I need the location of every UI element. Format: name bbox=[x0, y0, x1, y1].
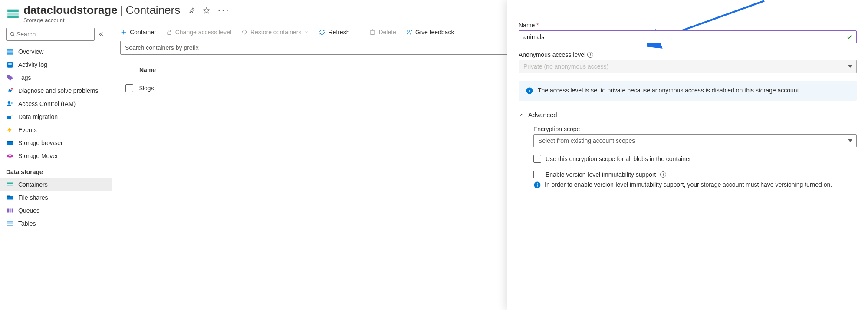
svg-rect-39 bbox=[529, 89, 530, 90]
sidebar-item-overview[interactable]: Overview bbox=[0, 45, 112, 58]
refresh-button[interactable]: Refresh bbox=[319, 29, 349, 36]
nav-label: Events bbox=[18, 126, 37, 133]
svg-rect-2 bbox=[7, 16, 19, 18]
info-icon bbox=[533, 181, 541, 189]
checkbox[interactable] bbox=[533, 171, 541, 178]
nav-label: Containers bbox=[18, 181, 48, 188]
toolbar-divider bbox=[359, 28, 359, 36]
migration-icon bbox=[6, 113, 14, 121]
sidebar-item-queues[interactable]: Queues bbox=[0, 204, 112, 217]
svg-rect-23 bbox=[7, 209, 9, 213]
containers-icon bbox=[6, 181, 14, 188]
nav-label: Tags bbox=[18, 74, 31, 81]
sidebar-item-file-shares[interactable]: File shares bbox=[0, 191, 112, 204]
row-checkbox[interactable] bbox=[125, 84, 133, 92]
access-info-text: The access level is set to private becau… bbox=[538, 87, 800, 95]
search-icon bbox=[10, 31, 16, 37]
nav-label: Access Control (IAM) bbox=[18, 100, 76, 107]
queues-icon bbox=[6, 207, 14, 214]
panel-divider bbox=[519, 198, 857, 198]
access-level-label: Anonymous access level i bbox=[519, 51, 857, 58]
sidebar-item-iam[interactable]: Access Control (IAM) bbox=[0, 97, 112, 110]
collapse-sidebar-icon[interactable] bbox=[99, 31, 106, 38]
chevron-up-icon bbox=[519, 112, 525, 118]
svg-line-4 bbox=[13, 35, 15, 36]
svg-point-13 bbox=[11, 102, 13, 104]
svg-rect-20 bbox=[7, 185, 13, 186]
more-icon[interactable]: ··· bbox=[217, 3, 230, 17]
storage-account-icon bbox=[7, 7, 19, 20]
pin-icon[interactable] bbox=[188, 7, 196, 14]
nav-label: Tables bbox=[18, 220, 36, 227]
encryption-scope-all-blobs-row[interactable]: Use this encryption scope for all blobs … bbox=[533, 155, 857, 163]
check-icon bbox=[846, 33, 853, 40]
sidebar-search-input[interactable] bbox=[16, 30, 91, 38]
immutability-row[interactable]: Enable version-level immutability suppor… bbox=[533, 171, 857, 178]
nav-label: Data migration bbox=[18, 113, 58, 120]
svg-rect-32 bbox=[371, 31, 374, 34]
svg-point-3 bbox=[11, 32, 14, 36]
svg-point-35 bbox=[408, 30, 410, 32]
svg-rect-5 bbox=[7, 49, 13, 51]
checkbox[interactable] bbox=[533, 155, 541, 163]
tables-icon bbox=[6, 220, 14, 228]
svg-point-11 bbox=[11, 88, 13, 90]
sidebar: Overview Activity log Tags Diagnose and … bbox=[0, 23, 112, 310]
svg-rect-19 bbox=[7, 183, 13, 184]
advanced-toggle[interactable]: Advanced bbox=[519, 111, 857, 119]
overview-icon bbox=[6, 48, 14, 56]
svg-rect-31 bbox=[168, 32, 171, 34]
access-level-select[interactable]: Private (no anonymous access) bbox=[519, 60, 857, 73]
svg-rect-22 bbox=[7, 196, 10, 197]
svg-rect-41 bbox=[537, 185, 538, 187]
sidebar-search[interactable] bbox=[6, 28, 95, 41]
checkbox-label: Use this encryption scope for all blobs … bbox=[546, 155, 691, 162]
sidebar-item-tags[interactable]: Tags bbox=[0, 71, 112, 84]
encryption-scope-label: Encryption scope bbox=[533, 125, 857, 132]
svg-rect-42 bbox=[537, 183, 538, 184]
sidebar-item-diagnose[interactable]: Diagnose and solve problems bbox=[0, 84, 112, 97]
info-icon bbox=[526, 87, 533, 95]
diagnose-icon bbox=[6, 87, 14, 95]
log-icon bbox=[6, 61, 14, 69]
container-name-input[interactable] bbox=[519, 30, 857, 43]
restore-icon bbox=[241, 29, 248, 36]
trash-icon bbox=[369, 29, 376, 36]
star-icon[interactable] bbox=[203, 7, 210, 14]
delete-button[interactable]: Delete bbox=[369, 29, 396, 36]
sidebar-item-data-migration[interactable]: Data migration bbox=[0, 110, 112, 123]
change-access-button[interactable]: Change access level bbox=[166, 29, 231, 36]
new-container-panel: Name * Anonymous access level i Private … bbox=[507, 0, 868, 310]
feedback-button[interactable]: Give feedback bbox=[406, 29, 454, 36]
svg-rect-0 bbox=[7, 10, 19, 12]
sidebar-group-data-storage: Data storage bbox=[0, 162, 112, 178]
chevron-down-icon bbox=[304, 30, 309, 35]
iam-icon bbox=[6, 100, 14, 108]
sidebar-item-containers[interactable]: Containers bbox=[0, 178, 112, 191]
sidebar-item-storage-mover[interactable]: Storage Mover bbox=[0, 149, 112, 162]
section-title: Containers bbox=[125, 3, 180, 17]
add-container-button[interactable]: Container bbox=[120, 29, 156, 36]
svg-rect-16 bbox=[7, 141, 13, 142]
btn-label: Give feedback bbox=[415, 29, 454, 36]
subtitle: Storage account bbox=[23, 17, 230, 23]
events-icon bbox=[6, 126, 14, 134]
account-name: datacloudstorage bbox=[23, 3, 118, 17]
btn-label: Change access level bbox=[175, 29, 231, 36]
svg-point-18 bbox=[9, 154, 11, 156]
encryption-scope-select[interactable]: Select from existing account scopes bbox=[533, 134, 857, 147]
svg-rect-1 bbox=[7, 13, 19, 15]
nav-label: Storage Mover bbox=[18, 152, 58, 159]
sidebar-item-events[interactable]: Events bbox=[0, 123, 112, 136]
svg-rect-10 bbox=[8, 64, 12, 65]
restore-containers-button[interactable]: Restore containers bbox=[241, 29, 309, 36]
sidebar-item-activity-log[interactable]: Activity log bbox=[0, 58, 112, 71]
sidebar-item-tables[interactable]: Tables bbox=[0, 217, 112, 230]
info-icon[interactable]: i bbox=[660, 171, 666, 178]
sidebar-item-storage-browser[interactable]: Storage browser bbox=[0, 136, 112, 149]
info-icon[interactable]: i bbox=[587, 52, 593, 58]
name-label: Name * bbox=[519, 22, 857, 29]
btn-label: Refresh bbox=[328, 29, 349, 36]
nav-label: Storage browser bbox=[18, 139, 63, 146]
tags-icon bbox=[6, 74, 14, 82]
